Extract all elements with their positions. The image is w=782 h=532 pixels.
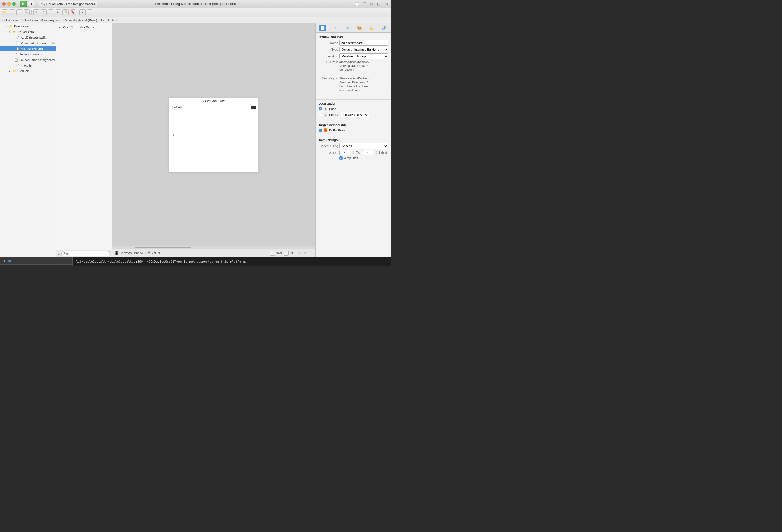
sidebar-item-project[interactable]: ▼ 📁 DoForExam (0, 24, 56, 29)
breadcrumb-doforexam1[interactable]: DoForExam (2, 18, 19, 22)
english-localization-row: E English Localizable Strings (319, 112, 388, 117)
connections-inspector-btn[interactable]: 🔗 (381, 25, 387, 31)
base-checkbox[interactable]: ✓ (319, 107, 322, 111)
bottom-left-toolbar: ▾ (0, 257, 72, 265)
sidebar-item-viewcontroller[interactable]: 📄 ViewController.swift M (0, 40, 56, 46)
scheme-selector[interactable]: 🔨 DoForExam › iPad (6th generation) (39, 1, 97, 7)
canvas-main[interactable]: → View Controller 9:41 AM (112, 24, 315, 246)
size-inspector-btn[interactable]: 📐 (368, 25, 375, 31)
scrollbar-thumb[interactable] (136, 247, 191, 249)
indent-using-row: Indent Using Spaces (319, 143, 388, 149)
sidebar-item-products[interactable]: ▶ 📁 Products (0, 68, 56, 74)
target-checkbox[interactable]: ✓ (319, 129, 322, 132)
search2-btn[interactable]: ⊕ (55, 9, 61, 15)
horizontal-scrollbar[interactable] (112, 246, 315, 249)
fit-button[interactable]: ⊡ (296, 251, 301, 256)
zoom-button[interactable] (12, 2, 16, 6)
vc-content[interactable] (169, 110, 258, 172)
devregion-reveal-btn[interactable]: → (385, 93, 388, 96)
layout-options-button[interactable]: ⊞ (308, 251, 313, 256)
bottom-left-content (0, 265, 72, 266)
zoom-out-button[interactable]: − (270, 251, 275, 256)
layout-icon[interactable]: ⧉ (368, 1, 374, 7)
sidebar-item-infoplist[interactable]: 📄 Info.plist (0, 63, 56, 68)
wrap-lines-checkbox[interactable]: ✓ (339, 156, 343, 160)
forward-btn[interactable]: › (87, 9, 93, 15)
english-checkbox[interactable] (319, 113, 322, 116)
breadcrumb-no-selection[interactable]: No Selection (100, 18, 117, 22)
indent-down-btn[interactable]: ▼ (375, 153, 377, 155)
split-icon[interactable]: ⊟ (376, 1, 382, 7)
sidebar-item-launchscreen[interactable]: 📋 LaunchScreen.storyboard (0, 57, 56, 63)
file-inspector-btn[interactable]: 📄 (319, 25, 326, 31)
title-bar: ▶ ■ 🔨 DoForExam › iPad (6th generation) … (0, 0, 391, 8)
fullpath-label: Full Path (319, 60, 338, 64)
indent-width-input[interactable] (362, 150, 374, 155)
breadcrumb-mainstoryboard[interactable]: Main.storyboard (40, 18, 62, 22)
stop-button[interactable]: ■ (28, 1, 35, 7)
sidebar-item-mainstoryboard[interactable]: 📋 Main.storyboard (0, 46, 56, 51)
navigator-icon[interactable]: ☰ (361, 1, 367, 7)
disclosure-scene[interactable]: ▶ (58, 26, 62, 29)
refresh-button[interactable]: ↺ (290, 251, 295, 256)
main-layout: ▼ 📁 DoForExam ▼ 📂 DoForExam 📄 AppDelegat… (0, 24, 391, 257)
scene-filter-input[interactable] (61, 251, 110, 256)
close-button[interactable] (2, 2, 6, 6)
back-btn[interactable]: ‹ (79, 9, 86, 15)
text-settings-title: Text Settings (319, 138, 388, 142)
warning-btn[interactable]: ⚠ (33, 9, 39, 15)
minimize-button[interactable] (7, 2, 11, 6)
attributes-inspector-btn[interactable]: 🎨 (356, 25, 363, 31)
indent-using-select[interactable]: Spaces (339, 143, 388, 149)
target-icon: 🎯 (324, 128, 327, 132)
name-row: Name (319, 40, 388, 46)
toolbar-sep-2 (77, 10, 78, 15)
panel-icon[interactable]: ▭ (383, 1, 389, 7)
bottom-area: ▾ ⊙ libMobileGestalt MobileGestalt.c:890… (0, 257, 391, 266)
device-icon[interactable]: 📱 (114, 251, 119, 255)
search-btn[interactable]: 🔍 (24, 9, 30, 15)
bottom-left-panel: ▾ ⊙ (0, 257, 73, 266)
expand-button[interactable]: ⤢ (302, 251, 307, 256)
disclosure-group: ▼ (8, 30, 11, 34)
location-select[interactable]: Relative to Group (339, 53, 388, 59)
hierarchy-btn[interactable]: ⋮ (16, 9, 23, 15)
bookmark-btn[interactable]: 🔖 (70, 9, 76, 15)
diamond-btn[interactable]: ◇ (41, 9, 47, 15)
toolbar: 📁 ☰ ⋮ 🔍 ⚠ ◇ ⊞ ⊕ 📝 🔖 ‹ › (0, 8, 391, 17)
base-icon: B (324, 107, 327, 111)
vc-title-bar: View Controller (169, 98, 258, 104)
tab-up-btn[interactable]: ▲ (352, 150, 354, 152)
clock-icon[interactable]: 🕐 (354, 1, 360, 7)
bottom-expand-btn[interactable]: ▾ (2, 259, 7, 264)
quick-help-btn[interactable]: ? (332, 25, 339, 31)
english-icon: E (324, 113, 327, 117)
location-row: Location Relative to Group (319, 53, 388, 59)
note-btn[interactable]: 📝 (62, 9, 69, 15)
name-input[interactable] (339, 40, 388, 46)
indent-up-btn[interactable]: ▲ (375, 150, 377, 152)
breadcrumb-doforexam2[interactable]: DoForExam (21, 18, 38, 22)
list-btn[interactable]: ☰ (9, 9, 15, 15)
run-button[interactable]: ▶ (20, 1, 27, 7)
canvas-bottom-bar: 📱 View as: iPhone 8 (⌘C ⌘R) − 94% + ↺ ⊡ … (112, 249, 315, 257)
localizable-strings-select[interactable]: Localizable Strings (341, 112, 369, 117)
type-select[interactable]: Default - Interface Builder... (339, 47, 388, 52)
identity-inspector-btn[interactable]: 🪪 (344, 25, 351, 31)
tab-down-btn[interactable]: ▼ (352, 153, 354, 155)
debug-output: libMobileGestalt MobileGestalt.c:890: MG… (73, 257, 391, 266)
status-message: Finished running DoForExam on iPad (6th … (155, 2, 236, 6)
tab-width-input[interactable] (339, 150, 350, 155)
folder-btn[interactable]: 📁 (2, 9, 8, 15)
sidebar-item-group[interactable]: ▼ 📂 DoForExam (0, 29, 56, 35)
sidebar-item-assets[interactable]: 🗂 Assets.xcassets (0, 51, 56, 57)
zoom-in-button[interactable]: + (284, 251, 289, 256)
view-controller-frame[interactable]: View Controller 9:41 AM (169, 98, 259, 172)
name-label: Name (319, 41, 338, 44)
wrap-lines-row: ✓ Wrap lines (319, 156, 388, 160)
fullpath-reveal-btn[interactable]: → (385, 72, 388, 76)
breadcrumb-mainstoryboard-base[interactable]: Main.storyboard (Base) (65, 18, 97, 22)
grid-btn[interactable]: ⊞ (48, 9, 54, 15)
sidebar-item-appdelegate[interactable]: 📄 AppDelegate.swift (0, 35, 56, 40)
indent-using-label: Indent Using (319, 144, 338, 148)
